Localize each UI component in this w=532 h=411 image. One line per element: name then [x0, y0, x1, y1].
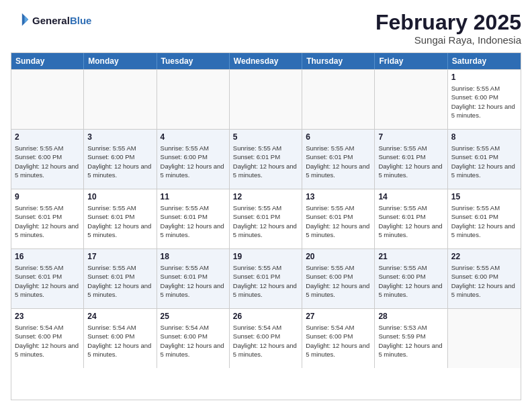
day-number: 28 — [378, 312, 443, 321]
day-info: Sunrise: 5:55 AMSunset: 6:01 PMDaylight:… — [233, 263, 298, 299]
day-number: 14 — [378, 192, 443, 201]
calendar-day-10: 10Sunrise: 5:55 AMSunset: 6:01 PMDayligh… — [84, 189, 157, 248]
day-info: Sunrise: 5:55 AMSunset: 6:00 PMDaylight:… — [451, 263, 517, 299]
weekday-header-sunday: Sunday — [11, 53, 84, 69]
day-number: 23 — [15, 312, 80, 321]
calendar-day-25: 25Sunrise: 5:54 AMSunset: 6:00 PMDayligh… — [157, 309, 230, 368]
calendar-header: SundayMondayTuesdayWednesdayThursdayFrid… — [11, 53, 521, 69]
day-info: Sunrise: 5:55 AMSunset: 6:01 PMDaylight:… — [87, 203, 152, 239]
day-number: 27 — [306, 312, 371, 321]
day-info: Sunrise: 5:54 AMSunset: 6:00 PMDaylight:… — [233, 323, 298, 359]
calendar-day-20: 20Sunrise: 5:55 AMSunset: 6:00 PMDayligh… — [302, 249, 375, 308]
day-info: Sunrise: 5:55 AMSunset: 6:01 PMDaylight:… — [161, 263, 226, 299]
day-info: Sunrise: 5:55 AMSunset: 6:01 PMDaylight:… — [306, 144, 371, 179]
calendar-day-9: 9Sunrise: 5:55 AMSunset: 6:01 PMDaylight… — [11, 189, 84, 248]
day-number: 20 — [306, 252, 371, 261]
calendar-day-21: 21Sunrise: 5:55 AMSunset: 6:00 PMDayligh… — [375, 249, 447, 308]
day-number: 9 — [15, 192, 80, 201]
day-info: Sunrise: 5:55 AMSunset: 6:01 PMDaylight:… — [233, 203, 298, 239]
day-number: 21 — [378, 252, 443, 261]
calendar-day-4: 4Sunrise: 5:55 AMSunset: 6:00 PMDaylight… — [157, 130, 230, 189]
weekday-header-monday: Monday — [84, 53, 157, 69]
day-info: Sunrise: 5:55 AMSunset: 6:01 PMDaylight:… — [233, 144, 298, 179]
calendar-day-26: 26Sunrise: 5:54 AMSunset: 6:00 PMDayligh… — [230, 309, 302, 368]
day-info: Sunrise: 5:53 AMSunset: 5:59 PMDaylight:… — [378, 323, 443, 359]
calendar: SundayMondayTuesdayWednesdayThursdayFrid… — [11, 52, 521, 400]
calendar-day-28: 28Sunrise: 5:53 AMSunset: 5:59 PMDayligh… — [375, 309, 447, 368]
day-info: Sunrise: 5:54 AMSunset: 6:00 PMDaylight:… — [15, 323, 80, 359]
day-info: Sunrise: 5:55 AMSunset: 6:01 PMDaylight:… — [378, 203, 443, 239]
calendar-body: 1Sunrise: 5:55 AMSunset: 6:00 PMDaylight… — [11, 69, 521, 368]
calendar-day-22: 22Sunrise: 5:55 AMSunset: 6:00 PMDayligh… — [448, 249, 521, 308]
calendar-empty-cell — [11, 70, 84, 129]
calendar-day-6: 6Sunrise: 5:55 AMSunset: 6:01 PMDaylight… — [302, 130, 375, 189]
calendar-empty-cell — [375, 70, 447, 129]
calendar-day-2: 2Sunrise: 5:55 AMSunset: 6:00 PMDaylight… — [11, 130, 84, 189]
day-number: 25 — [161, 312, 226, 321]
day-info: Sunrise: 5:55 AMSunset: 6:01 PMDaylight:… — [15, 203, 80, 239]
main-title: February 2025 — [375, 11, 521, 34]
day-info: Sunrise: 5:55 AMSunset: 6:01 PMDaylight:… — [451, 203, 517, 239]
calendar-day-13: 13Sunrise: 5:55 AMSunset: 6:01 PMDayligh… — [302, 189, 375, 248]
day-number: 15 — [451, 192, 517, 201]
day-info: Sunrise: 5:55 AMSunset: 6:01 PMDaylight:… — [451, 144, 517, 179]
calendar-day-17: 17Sunrise: 5:55 AMSunset: 6:01 PMDayligh… — [84, 249, 157, 308]
calendar-day-12: 12Sunrise: 5:55 AMSunset: 6:01 PMDayligh… — [230, 189, 302, 248]
calendar-day-14: 14Sunrise: 5:55 AMSunset: 6:01 PMDayligh… — [375, 189, 447, 248]
day-info: Sunrise: 5:55 AMSunset: 6:00 PMDaylight:… — [306, 263, 371, 299]
day-number: 6 — [306, 132, 371, 142]
day-number: 22 — [451, 252, 517, 261]
day-number: 12 — [233, 192, 298, 201]
day-number: 7 — [378, 132, 443, 142]
logo-icon — [11, 11, 30, 30]
calendar-week-2: 2Sunrise: 5:55 AMSunset: 6:00 PMDaylight… — [11, 129, 521, 189]
day-number: 11 — [161, 192, 226, 201]
calendar-day-19: 19Sunrise: 5:55 AMSunset: 6:01 PMDayligh… — [230, 249, 302, 308]
logo: GeneralBlue — [11, 11, 91, 30]
weekday-header-tuesday: Tuesday — [157, 53, 230, 69]
day-info: Sunrise: 5:54 AMSunset: 6:00 PMDaylight:… — [161, 323, 226, 359]
day-info: Sunrise: 5:55 AMSunset: 6:00 PMDaylight:… — [161, 144, 226, 179]
day-number: 5 — [233, 132, 298, 142]
day-info: Sunrise: 5:55 AMSunset: 6:01 PMDaylight:… — [87, 263, 152, 299]
page: GeneralBlue February 2025 Sungai Raya, I… — [0, 0, 532, 411]
weekday-header-thursday: Thursday — [302, 53, 375, 69]
day-number: 3 — [87, 132, 152, 142]
calendar-day-18: 18Sunrise: 5:55 AMSunset: 6:01 PMDayligh… — [157, 249, 230, 308]
day-info: Sunrise: 5:54 AMSunset: 6:00 PMDaylight:… — [87, 323, 152, 359]
calendar-day-16: 16Sunrise: 5:55 AMSunset: 6:01 PMDayligh… — [11, 249, 84, 308]
day-info: Sunrise: 5:55 AMSunset: 6:01 PMDaylight:… — [161, 203, 226, 239]
calendar-day-27: 27Sunrise: 5:54 AMSunset: 6:00 PMDayligh… — [302, 309, 375, 368]
calendar-week-3: 9Sunrise: 5:55 AMSunset: 6:01 PMDaylight… — [11, 189, 521, 248]
day-number: 10 — [87, 192, 152, 201]
day-info: Sunrise: 5:55 AMSunset: 6:00 PMDaylight:… — [15, 144, 80, 179]
calendar-empty-cell — [302, 70, 375, 129]
calendar-empty-cell — [157, 70, 230, 129]
header: GeneralBlue February 2025 Sungai Raya, I… — [11, 11, 521, 46]
day-number: 2 — [15, 132, 80, 142]
weekday-header-saturday: Saturday — [448, 53, 521, 69]
calendar-day-15: 15Sunrise: 5:55 AMSunset: 6:01 PMDayligh… — [448, 189, 521, 248]
calendar-empty-cell — [84, 70, 157, 129]
day-info: Sunrise: 5:55 AMSunset: 6:01 PMDaylight:… — [306, 203, 371, 239]
day-number: 4 — [161, 132, 226, 142]
calendar-week-1: 1Sunrise: 5:55 AMSunset: 6:00 PMDaylight… — [11, 69, 521, 129]
calendar-empty-cell — [448, 309, 521, 368]
calendar-week-5: 23Sunrise: 5:54 AMSunset: 6:00 PMDayligh… — [11, 308, 521, 368]
svg-marker-1 — [25, 15, 29, 23]
day-number: 17 — [87, 252, 152, 261]
day-info: Sunrise: 5:55 AMSunset: 6:00 PMDaylight:… — [451, 84, 517, 120]
day-info: Sunrise: 5:55 AMSunset: 6:00 PMDaylight:… — [87, 144, 152, 179]
day-number: 18 — [161, 252, 226, 261]
day-number: 8 — [451, 132, 517, 142]
calendar-empty-cell — [230, 70, 302, 129]
calendar-day-1: 1Sunrise: 5:55 AMSunset: 6:00 PMDaylight… — [448, 70, 521, 129]
day-number: 24 — [87, 312, 152, 321]
calendar-week-4: 16Sunrise: 5:55 AMSunset: 6:01 PMDayligh… — [11, 248, 521, 308]
day-info: Sunrise: 5:55 AMSunset: 6:01 PMDaylight:… — [15, 263, 80, 299]
day-number: 1 — [451, 73, 517, 82]
day-number: 19 — [233, 252, 298, 261]
weekday-header-wednesday: Wednesday — [230, 53, 302, 69]
calendar-day-5: 5Sunrise: 5:55 AMSunset: 6:01 PMDaylight… — [230, 130, 302, 189]
day-number: 26 — [233, 312, 298, 321]
